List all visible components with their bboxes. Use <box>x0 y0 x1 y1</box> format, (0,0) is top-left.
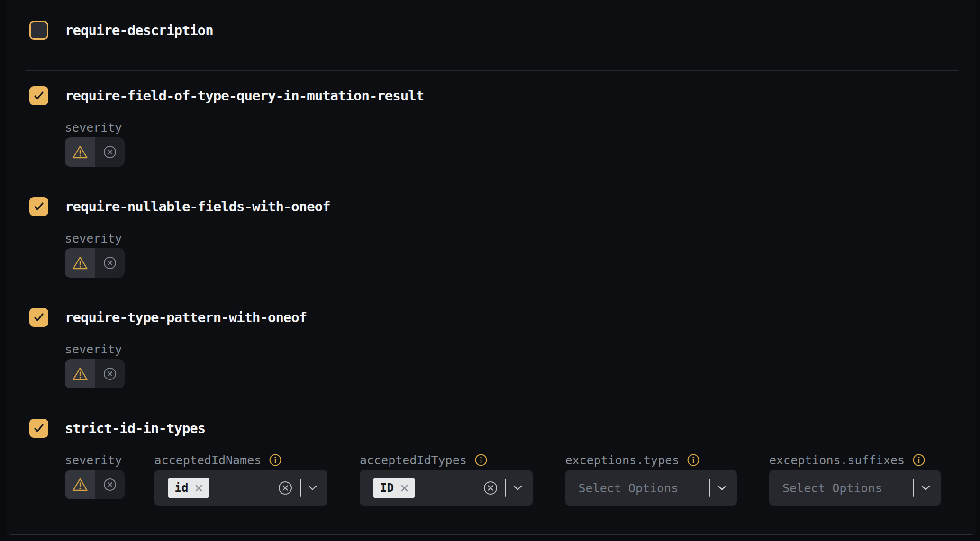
severity-off-button[interactable] <box>95 137 125 167</box>
rule-title: strict-id-in-types <box>65 420 205 436</box>
severity-off-button[interactable] <box>95 470 125 499</box>
rule-row-require-type-pattern-with-oneof: require-type-pattern-with-oneof severity <box>7 292 976 403</box>
circle-x-icon <box>102 477 118 492</box>
option-label: exceptions.suffixes <box>769 453 905 467</box>
chevron-down-icon[interactable] <box>717 485 726 491</box>
rule-title: require-field-of-type-query-in-mutation-… <box>65 88 424 104</box>
checkmark-icon <box>33 422 45 434</box>
severity-warn-button[interactable] <box>65 137 95 167</box>
select-separator <box>505 479 506 497</box>
circle-x-clear-icon[interactable] <box>483 480 498 496</box>
option-group-divider <box>138 453 138 506</box>
rule-row-require-field-of-type-query-in-mutation-result: require-field-of-type-query-in-mutation-… <box>7 71 976 181</box>
option-group-divider <box>753 453 753 506</box>
select-separator <box>913 479 914 497</box>
option-label: acceptedIdNames <box>154 453 262 467</box>
circle-info-icon[interactable] <box>687 453 700 467</box>
option-group-exceptions-types: exceptions.types Select Options <box>565 453 753 506</box>
rule-row-require-nullable-fields-with-oneof: require-nullable-fields-with-oneof sever… <box>7 181 976 292</box>
checkmark-icon <box>33 311 45 324</box>
severity-warn-button[interactable] <box>65 359 95 388</box>
select-placeholder: Select Options <box>782 481 882 495</box>
panel-top-spacer <box>7 0 976 5</box>
multiselect-acceptedIdTypes[interactable]: ID <box>360 470 533 506</box>
option-group-exceptions-suffixes: exceptions.suffixes Select Options <box>769 453 957 506</box>
option-group-divider <box>549 453 549 506</box>
rule-checkbox[interactable] <box>29 86 48 105</box>
circle-x-icon <box>102 366 118 381</box>
chevron-down-icon[interactable] <box>308 485 317 491</box>
rule-checkbox[interactable] <box>29 197 48 216</box>
multiselect-exceptions-types[interactable]: Select Options <box>565 470 737 506</box>
x-icon[interactable] <box>400 484 409 493</box>
severity-group: severity <box>65 231 138 278</box>
option-label: exceptions.types <box>565 453 680 467</box>
select-placeholder: Select Options <box>579 481 679 495</box>
rule-row-strict-id-in-types: strict-id-in-types severity <box>7 403 976 537</box>
option-group-divider <box>344 453 344 506</box>
severity-group: severity <box>65 120 138 167</box>
rule-title: require-nullable-fields-with-oneof <box>65 198 330 215</box>
circle-x-clear-icon[interactable] <box>278 480 293 496</box>
circle-info-icon[interactable] <box>269 453 282 467</box>
rule-checkbox[interactable] <box>29 419 48 438</box>
x-icon[interactable] <box>194 484 203 493</box>
chip-label: id <box>175 482 189 494</box>
rule-row-require-description: require-description <box>7 5 976 70</box>
chevron-down-icon[interactable] <box>513 485 522 491</box>
severity-toggle <box>65 248 125 278</box>
select-separator <box>709 479 710 497</box>
chevron-down-icon[interactable] <box>921 485 930 491</box>
severity-label: severity <box>65 343 122 356</box>
warning-triangle-icon <box>72 366 89 381</box>
option-label: acceptedIdTypes <box>360 453 467 467</box>
severity-warn-button[interactable] <box>65 470 95 499</box>
severity-label: severity <box>65 232 122 245</box>
option-group-acceptedIdNames: acceptedIdNames id <box>154 453 344 506</box>
severity-off-button[interactable] <box>95 248 125 278</box>
chip-label: ID <box>380 482 394 494</box>
circle-x-icon <box>102 255 118 270</box>
severity-group: severity <box>65 453 138 506</box>
chip[interactable]: ID <box>373 478 415 498</box>
severity-group: severity <box>65 342 138 388</box>
multiselect-exceptions-suffixes[interactable]: Select Options <box>769 470 941 506</box>
severity-toggle <box>65 137 125 167</box>
severity-off-button[interactable] <box>95 359 125 388</box>
rule-title: require-type-pattern-with-oneof <box>65 309 307 325</box>
circle-info-icon[interactable] <box>474 453 488 467</box>
rule-checkbox[interactable] <box>29 21 48 40</box>
multiselect-acceptedIdNames[interactable]: id <box>154 470 327 506</box>
checkmark-icon <box>33 200 45 213</box>
severity-toggle <box>65 470 125 499</box>
severity-label: severity <box>65 121 122 135</box>
warning-triangle-icon <box>72 477 89 492</box>
circle-info-icon[interactable] <box>912 453 926 467</box>
severity-warn-button[interactable] <box>65 248 95 278</box>
rule-checkbox[interactable] <box>29 308 48 327</box>
severity-toggle <box>65 359 125 388</box>
circle-x-icon <box>102 144 118 160</box>
rule-title: require-description <box>65 22 213 38</box>
severity-label: severity <box>65 453 122 467</box>
warning-triangle-icon <box>72 144 89 160</box>
rules-panel: require-description require-field-of-typ… <box>7 0 976 535</box>
option-group-acceptedIdTypes: acceptedIdTypes ID <box>360 453 549 506</box>
select-separator <box>300 479 301 497</box>
checkmark-icon <box>33 90 45 102</box>
warning-triangle-icon <box>72 255 89 270</box>
chip[interactable]: id <box>168 478 210 498</box>
